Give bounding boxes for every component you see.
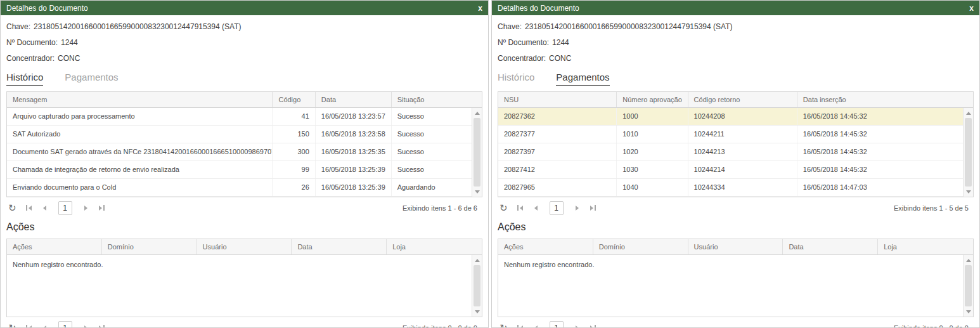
close-icon[interactable]: x xyxy=(969,4,974,12)
seek-first-icon[interactable] xyxy=(24,323,34,327)
refresh-icon[interactable]: ↻ xyxy=(8,203,16,213)
prev-page-icon[interactable] xyxy=(41,324,48,328)
table-row[interactable]: Chamada de integração de retorno de envi… xyxy=(7,161,482,179)
table-row[interactable]: Arquivo capturado para processamento 41 … xyxy=(7,108,482,126)
scroll-up-icon[interactable] xyxy=(472,108,482,117)
column-header-mensagem[interactable]: Mensagem xyxy=(7,92,273,107)
cell-codigo-retorno: 10244211 xyxy=(688,126,797,143)
page-number-button[interactable]: 1 xyxy=(550,201,564,215)
cell-data-insercao: 16/05/2018 14:45:32 xyxy=(797,143,973,161)
table-row[interactable]: 20827965 1040 10244334 16/05/2018 14:47:… xyxy=(498,179,973,197)
prev-page-icon[interactable] xyxy=(532,324,539,328)
scroll-down-icon[interactable] xyxy=(472,307,482,316)
refresh-icon[interactable]: ↻ xyxy=(500,323,508,327)
column-header-codigo[interactable]: Código xyxy=(273,92,315,107)
next-page-icon[interactable] xyxy=(574,204,581,213)
column-header-data[interactable]: Data xyxy=(316,92,392,107)
page-number-button[interactable]: 1 xyxy=(550,321,564,328)
column-header-loja[interactable]: Loja xyxy=(878,239,973,254)
column-header-data[interactable]: Data xyxy=(292,239,387,254)
column-header-nsu[interactable]: NSU xyxy=(498,92,617,107)
scroll-up-icon[interactable] xyxy=(964,256,973,265)
historico-table: Mensagem Código Data Situação Arquivo ca… xyxy=(6,91,482,197)
column-header-situacao[interactable]: Situação xyxy=(392,92,482,107)
seek-last-icon[interactable] xyxy=(588,203,598,213)
seek-first-icon[interactable] xyxy=(24,203,34,213)
tab-historico[interactable]: Histórico xyxy=(6,72,43,86)
cell-data-insercao: 16/05/2018 14:45:32 xyxy=(797,108,973,125)
refresh-icon[interactable]: ↻ xyxy=(500,203,508,213)
prev-page-icon[interactable] xyxy=(532,204,539,213)
scrollbar-thumb[interactable] xyxy=(474,118,480,187)
column-header-usuario[interactable]: Usuário xyxy=(688,239,783,254)
column-header-loja[interactable]: Loja xyxy=(387,239,482,254)
scroll-down-icon[interactable] xyxy=(472,187,482,196)
scrollbar-thumb[interactable] xyxy=(965,265,972,306)
page-number-button[interactable]: 1 xyxy=(58,201,72,215)
prev-page-icon[interactable] xyxy=(41,204,48,213)
column-header-codigo-retorno[interactable]: Código retorno xyxy=(688,92,797,107)
tab-pagamentos[interactable]: Pagamentos xyxy=(556,72,609,86)
document-details-dialog-historico: Detalhes do Documento x Chave:2318051420… xyxy=(0,0,489,328)
acoes-section-title: Ações xyxy=(6,221,482,233)
scroll-up-icon[interactable] xyxy=(472,256,482,265)
page-number-button[interactable]: 1 xyxy=(58,321,72,328)
table-body: Nenhum registro encontrado. xyxy=(7,255,482,317)
tab-strip: Histórico Pagamentos xyxy=(6,72,482,86)
cell-codigo-retorno: 10244334 xyxy=(688,179,797,196)
pager-status: Exibindo itens 1 - 5 de 5 xyxy=(894,204,972,212)
seek-last-icon[interactable] xyxy=(97,323,106,327)
table-row[interactable]: SAT Autorizado 150 16/05/2018 13:23:58 S… xyxy=(7,126,482,143)
scroll-up-icon[interactable] xyxy=(964,108,973,117)
vertical-scrollbar[interactable] xyxy=(963,255,973,317)
vertical-scrollbar[interactable] xyxy=(472,255,482,317)
next-page-icon[interactable] xyxy=(82,324,89,328)
column-header-acoes[interactable]: Ações xyxy=(498,239,593,254)
vertical-scrollbar[interactable] xyxy=(472,108,482,197)
column-header-numero-aprovacao[interactable]: Número aprovação xyxy=(617,92,688,107)
table-row[interactable]: Documento SAT gerado através da NFCe 231… xyxy=(7,143,482,161)
cell-data: 16/05/2018 13:25:39 xyxy=(316,161,392,178)
column-header-data-insercao[interactable]: Data inserção xyxy=(797,92,973,107)
column-header-data[interactable]: Data xyxy=(783,239,878,254)
column-header-dominio[interactable]: Domínio xyxy=(593,239,688,254)
field-chave-label: Chave: xyxy=(498,22,522,31)
cell-codigo: 41 xyxy=(273,108,315,125)
seek-first-icon[interactable] xyxy=(515,323,525,327)
cell-codigo: 300 xyxy=(273,143,315,161)
tab-historico[interactable]: Histórico xyxy=(498,72,534,86)
scroll-down-icon[interactable] xyxy=(964,307,973,316)
table-row[interactable]: 20827377 1010 10244211 16/05/2018 14:45:… xyxy=(498,126,973,143)
empty-message: Nenhum registro encontrado. xyxy=(7,255,482,274)
scrollbar-thumb[interactable] xyxy=(965,118,972,187)
field-numero-documento-value: 1244 xyxy=(552,38,569,47)
table-row[interactable]: 20827397 1020 10244213 16/05/2018 14:45:… xyxy=(498,143,973,161)
seek-first-icon[interactable] xyxy=(515,203,525,213)
refresh-icon[interactable]: ↻ xyxy=(8,323,16,327)
field-numero-documento-value: 1244 xyxy=(61,38,78,47)
dialog-title: Detalhes do Documento xyxy=(6,4,88,13)
close-icon[interactable]: x xyxy=(478,4,482,12)
table-row[interactable]: Enviando documento para o Cold 26 16/05/… xyxy=(7,179,482,197)
vertical-scrollbar[interactable] xyxy=(963,108,973,197)
seek-last-icon[interactable] xyxy=(588,323,598,327)
next-page-icon[interactable] xyxy=(574,324,581,328)
cell-numero-aprovacao: 1030 xyxy=(617,161,688,178)
field-concentrador-label: Concentrador: xyxy=(498,54,546,63)
cell-nsu: 20827397 xyxy=(498,143,617,161)
table-row-selected[interactable]: 20827362 1000 10244208 16/05/2018 14:45:… xyxy=(498,108,973,126)
scrollbar-thumb[interactable] xyxy=(474,265,480,306)
cell-codigo: 26 xyxy=(273,179,315,196)
column-header-dominio[interactable]: Domínio xyxy=(102,239,197,254)
dialog-body: Chave:2318051420016600016659900008323001… xyxy=(1,15,488,327)
scroll-down-icon[interactable] xyxy=(964,187,973,196)
column-header-usuario[interactable]: Usuário xyxy=(197,239,292,254)
field-concentrador: Concentrador:CONC xyxy=(498,54,974,63)
cell-codigo-retorno: 10244208 xyxy=(688,108,797,125)
next-page-icon[interactable] xyxy=(82,204,89,213)
column-header-acoes[interactable]: Ações xyxy=(7,239,102,254)
tab-pagamentos[interactable]: Pagamentos xyxy=(65,72,118,86)
table-row[interactable]: 20827412 1030 10244214 16/05/2018 14:45:… xyxy=(498,161,973,179)
cell-nsu: 20827377 xyxy=(498,126,617,143)
seek-last-icon[interactable] xyxy=(97,203,106,213)
